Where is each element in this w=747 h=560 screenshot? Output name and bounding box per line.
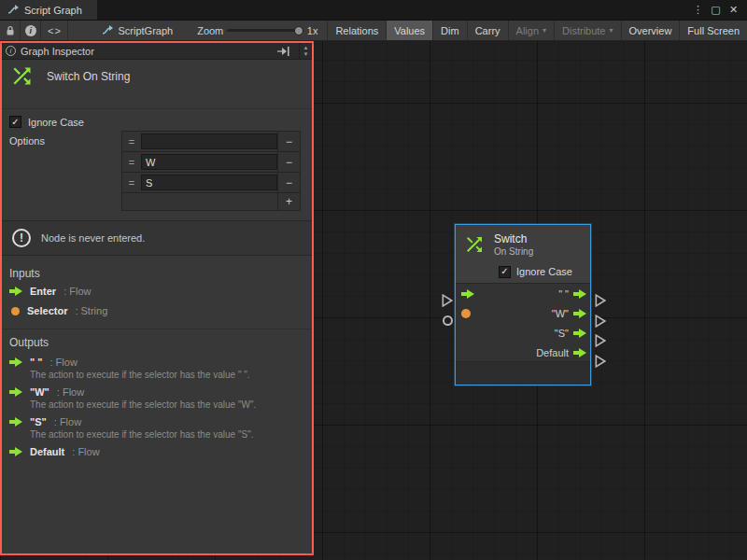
- input-name: Enter: [30, 286, 56, 297]
- input-name: Selector: [27, 305, 67, 316]
- output-line: Default : Flow: [9, 446, 304, 457]
- code-preview-button[interactable]: <>: [41, 21, 68, 40]
- dim-button[interactable]: Dim: [432, 21, 467, 40]
- warning-text: Node is never entered.: [41, 232, 145, 244]
- check-icon: ✓: [11, 118, 19, 127]
- switch-icon: [463, 233, 486, 256]
- enter-connection-stub[interactable]: [442, 294, 453, 307]
- flow-arrow-icon: [573, 329, 586, 338]
- port-row: Default: [456, 343, 590, 362]
- port-label: "S": [555, 328, 569, 339]
- ignore-case-checkbox[interactable]: ✓: [9, 116, 21, 128]
- values-button[interactable]: Values: [386, 21, 432, 40]
- info-icon: i: [25, 25, 36, 36]
- maximize-button[interactable]: ▢: [708, 2, 724, 18]
- inputs-section-title: Inputs: [9, 267, 40, 280]
- node-ignore-case-checkbox[interactable]: ✓: [499, 266, 511, 278]
- node-ignore-case-row: ✓ Ignore Case: [456, 260, 590, 283]
- flow-arrow-icon: [573, 309, 586, 318]
- script-graph-icon: [7, 5, 19, 16]
- flow-arrow-icon: [9, 417, 22, 427]
- drag-handle-icon[interactable]: =: [122, 132, 141, 151]
- button-label: Overview: [629, 25, 672, 36]
- add-option-button[interactable]: +: [277, 193, 300, 210]
- remove-option-button[interactable]: −: [277, 132, 300, 151]
- flow-arrow-icon: [573, 289, 586, 299]
- carry-button[interactable]: Carry: [467, 21, 508, 40]
- tab-script-graph[interactable]: Script Graph: [0, 0, 97, 20]
- selector-connection-stub[interactable]: [443, 315, 453, 326]
- info-icon: i: [6, 46, 16, 56]
- output-port-space[interactable]: " ": [558, 288, 586, 300]
- dock-button[interactable]: [273, 43, 294, 59]
- selector-port[interactable]: [461, 309, 478, 318]
- node-footer: [456, 361, 590, 385]
- drag-handle-icon[interactable]: =: [122, 152, 141, 172]
- button-label: Values: [394, 25, 425, 36]
- output-port-default[interactable]: Default: [536, 347, 586, 358]
- port-label: " ": [558, 288, 569, 300]
- output-space-connection-stub[interactable]: [595, 294, 606, 307]
- output-port-s[interactable]: "S": [555, 328, 586, 339]
- panel-scroll-arrows[interactable]: ▲ ▼: [299, 43, 312, 59]
- output-line: "W" : Flow: [9, 386, 304, 398]
- zoom-value: 1x: [307, 21, 318, 40]
- scroll-down-icon: ▼: [303, 51, 309, 57]
- lock-button[interactable]: [0, 21, 21, 40]
- port-row: "S": [456, 323, 590, 343]
- remove-option-button[interactable]: −: [277, 152, 300, 172]
- button-label: Distribute: [562, 25, 605, 36]
- warning-box: ! Node is never entered.: [2, 220, 312, 256]
- output-port-w[interactable]: "W": [552, 308, 586, 319]
- output-row: "W" : Flow The action to execute if the …: [9, 386, 304, 410]
- output-name: Default: [30, 446, 64, 457]
- relations-button[interactable]: Relations: [327, 21, 386, 40]
- button-label: Dim: [441, 25, 459, 36]
- output-type: : Flow: [54, 416, 81, 427]
- button-label: Carry: [475, 25, 500, 36]
- option-input[interactable]: S: [141, 175, 277, 190]
- kebab-icon: ⋮: [693, 4, 703, 16]
- info-glyph: i: [30, 26, 33, 35]
- port-label: Default: [536, 347, 569, 358]
- output-s-connection-stub[interactable]: [595, 334, 606, 347]
- string-value-port-icon: [11, 307, 20, 315]
- distribute-button[interactable]: Distribute▾: [554, 21, 620, 40]
- inspector-toggle-button[interactable]: i: [21, 21, 41, 40]
- remove-option-button[interactable]: −: [277, 173, 300, 192]
- flow-arrow-icon: [573, 348, 586, 357]
- drag-handle-icon[interactable]: =: [122, 173, 141, 192]
- graph-breadcrumb[interactable]: ScriptGraph: [102, 21, 173, 40]
- output-default-connection-stub[interactable]: [595, 355, 606, 368]
- port-label: "W": [552, 308, 569, 319]
- close-icon: ✕: [729, 4, 738, 16]
- titlebar: Script Graph ⋮ ▢ ✕: [0, 0, 747, 21]
- button-label: Relations: [335, 25, 378, 36]
- port-row: "W": [456, 303, 590, 323]
- zoom-slider[interactable]: [227, 21, 303, 40]
- align-button[interactable]: Align▾: [508, 21, 554, 40]
- inspector-header: i Graph Inspector ▲ ▼: [2, 43, 312, 60]
- switch-on-string-node[interactable]: Switch On String ✓ Ignore Case " ": [455, 224, 591, 385]
- graph-asset-icon: [102, 25, 113, 36]
- flow-arrow-icon: [9, 447, 22, 456]
- output-w-connection-stub[interactable]: [595, 315, 606, 328]
- enter-port[interactable]: [461, 289, 478, 299]
- options-list: = − = W − = S − +: [121, 131, 301, 211]
- overview-button[interactable]: Overview: [621, 21, 680, 40]
- info-glyph: i: [10, 47, 12, 55]
- fullscreen-button[interactable]: Full Screen: [679, 21, 747, 40]
- code-icon: <>: [48, 25, 62, 36]
- zoom-knob[interactable]: [294, 26, 303, 35]
- output-row: " " : Flow The action to execute if the …: [9, 357, 304, 380]
- close-button[interactable]: ✕: [726, 2, 741, 18]
- port-row: " ": [456, 284, 590, 303]
- dock-icon: [277, 47, 289, 56]
- option-input[interactable]: [141, 133, 277, 149]
- option-input[interactable]: W: [141, 154, 277, 170]
- button-label: Align: [516, 25, 539, 36]
- node-subtitle: On String: [494, 246, 533, 257]
- window-menu-button[interactable]: ⋮: [690, 2, 706, 18]
- scroll-up-icon: ▲: [303, 45, 309, 50]
- maximize-icon: ▢: [711, 4, 720, 16]
